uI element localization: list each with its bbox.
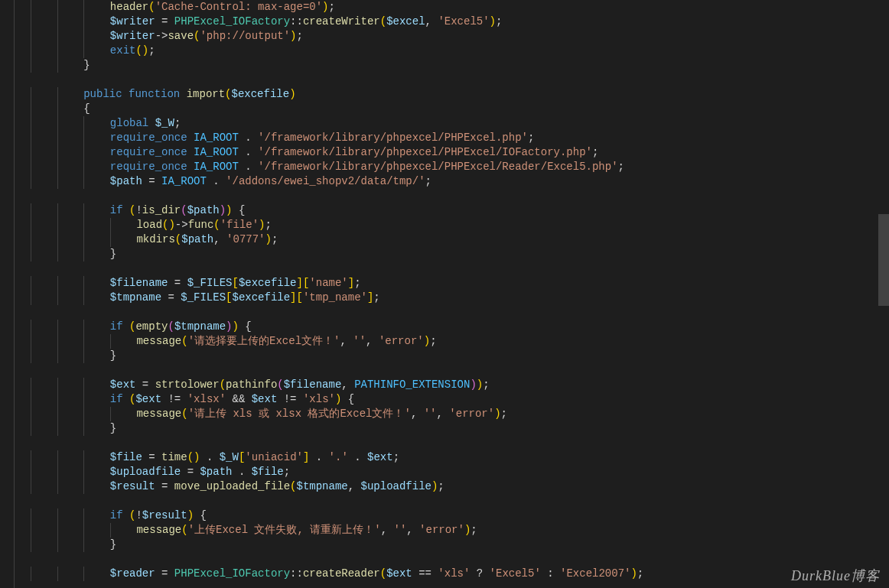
code-line[interactable]: if ($ext != 'xlsx' && $ext != 'xls') { xyxy=(31,392,643,407)
code-line[interactable]: { xyxy=(31,102,643,116)
code-line[interactable]: if (!$result) { xyxy=(31,508,643,523)
code-line[interactable] xyxy=(31,262,643,276)
code-line[interactable]: $path = IA_ROOT . '/addons/ewei_shopv2/d… xyxy=(31,174,643,189)
code-line[interactable]: $writer = PHPExcel_IOFactory::createWrit… xyxy=(31,15,643,29)
code-line[interactable] xyxy=(31,494,643,508)
vertical-scrollbar[interactable] xyxy=(878,0,889,588)
code-line[interactable]: if (!is_dir($path)) { xyxy=(31,203,643,218)
gutter xyxy=(0,0,28,588)
code-line[interactable] xyxy=(31,436,643,450)
code-line[interactable]: header('Cache-Control: max-age=0'); xyxy=(31,0,643,15)
code-line[interactable]: message('请上传 xls 或 xlsx 格式的Excel文件！', ''… xyxy=(31,407,643,421)
code-line[interactable]: message('上传Excel 文件失败, 请重新上传！', '', 'err… xyxy=(31,523,643,538)
code-line[interactable]: exit(); xyxy=(31,44,643,58)
code-line[interactable]: global $_W; xyxy=(31,116,643,131)
code-line[interactable]: mkdirs($path, '0777'); xyxy=(31,232,643,247)
code-line[interactable] xyxy=(31,73,643,87)
code-line[interactable] xyxy=(31,305,643,320)
scrollbar-thumb[interactable] xyxy=(878,214,889,306)
code-line[interactable]: message('请选择要上传的Excel文件！', '', 'error'); xyxy=(31,334,643,349)
code-line[interactable]: } xyxy=(31,421,643,436)
code-line[interactable]: } xyxy=(31,247,643,262)
code-line[interactable] xyxy=(31,363,643,378)
code-line[interactable] xyxy=(31,552,643,567)
code-line[interactable]: $ext = strtolower(pathinfo($filename, PA… xyxy=(31,378,643,392)
code-line[interactable]: } xyxy=(31,349,643,363)
code-line[interactable]: } xyxy=(31,538,643,552)
code-line[interactable]: $file = time() . $_W['uniacid'] . '.' . … xyxy=(31,450,643,465)
code-line[interactable]: $writer->save('php://output'); xyxy=(31,29,643,44)
code-editor[interactable]: header('Cache-Control: max-age=0'); $wri… xyxy=(0,0,889,588)
code-area[interactable]: header('Cache-Control: max-age=0'); $wri… xyxy=(28,0,646,588)
code-line[interactable]: load()->func('file'); xyxy=(31,218,643,232)
watermark: DurkBlue博客 xyxy=(791,569,880,583)
code-line[interactable]: require_once IA_ROOT . '/framework/libra… xyxy=(31,131,643,145)
code-line[interactable]: $tmpname = $_FILES[$excefile]['tmp_name'… xyxy=(31,291,643,305)
code-line[interactable] xyxy=(31,189,643,203)
code-line[interactable]: require_once IA_ROOT . '/framework/libra… xyxy=(31,145,643,160)
code-line[interactable]: $result = move_uploaded_file($tmpname, $… xyxy=(31,479,643,494)
code-line[interactable]: } xyxy=(31,58,643,73)
code-line[interactable]: $filename = $_FILES[$excefile]['name']; xyxy=(31,276,643,291)
code-line[interactable]: require_once IA_ROOT . '/framework/libra… xyxy=(31,160,643,174)
code-line[interactable]: public function import($excefile) xyxy=(31,87,643,102)
code-line[interactable]: if (empty($tmpname)) { xyxy=(31,320,643,334)
code-line[interactable]: $reader = PHPExcel_IOFactory::createRead… xyxy=(31,567,643,581)
code-line[interactable]: $uploadfile = $path . $file; xyxy=(31,465,643,479)
